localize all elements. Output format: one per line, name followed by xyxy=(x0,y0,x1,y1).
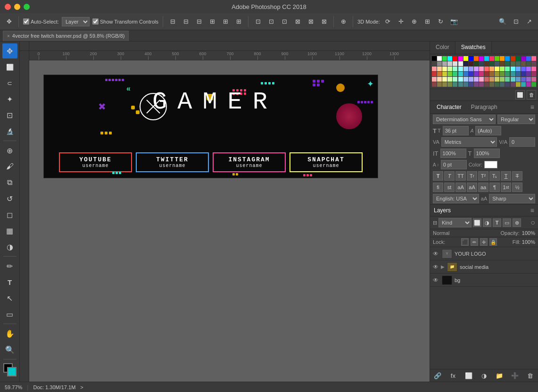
swatch-cell[interactable] xyxy=(531,72,536,76)
swatch-cell[interactable] xyxy=(489,82,494,87)
swatch-cell[interactable] xyxy=(521,61,526,66)
new-adjustment-btn[interactable]: ◑ xyxy=(479,371,488,380)
swatch-cell[interactable] xyxy=(464,72,468,76)
swatch-cell[interactable] xyxy=(453,82,457,87)
aa-btn[interactable]: aa xyxy=(478,183,488,192)
swatch-cell[interactable] xyxy=(458,72,463,76)
search-btn[interactable]: 🔍 xyxy=(497,17,508,27)
swatch-cell[interactable] xyxy=(458,67,463,71)
auto-select-type[interactable]: Layer Group xyxy=(62,17,90,26)
swatch-cell[interactable] xyxy=(464,77,468,82)
swatch-cell[interactable] xyxy=(464,61,468,66)
swatch-cell[interactable] xyxy=(453,67,457,71)
distribute-bottom-btn[interactable]: ⊠ xyxy=(319,17,329,27)
color-tab[interactable]: Color xyxy=(430,42,455,54)
swatch-cell[interactable] xyxy=(495,67,499,71)
ligature-btn[interactable]: st xyxy=(444,183,455,192)
swatch-cell[interactable] xyxy=(437,82,442,87)
swatch-cell[interactable] xyxy=(521,82,526,87)
underline-btn[interactable]: T xyxy=(501,171,511,181)
swatch-cell[interactable] xyxy=(500,82,505,87)
link-layers-btn[interactable]: 🔗 xyxy=(433,371,442,380)
baseline-input[interactable] xyxy=(441,160,467,169)
align-top-btn[interactable]: ⊞ xyxy=(207,17,217,27)
swatch-cell[interactable] xyxy=(526,77,531,82)
swatch-cell[interactable] xyxy=(526,56,531,61)
canvas-viewport[interactable]: « ✖ xyxy=(29,51,430,382)
swatch-cell[interactable] xyxy=(526,82,531,87)
swatch-cell[interactable] xyxy=(469,61,473,66)
swatch-cell[interactable] xyxy=(479,82,484,87)
swatch-cell[interactable] xyxy=(500,56,505,61)
layers-options-icon[interactable]: ≡ xyxy=(530,207,534,214)
swatch-cell[interactable] xyxy=(469,77,473,82)
lock-position-btn[interactable]: ✛ xyxy=(480,238,488,246)
swatch-cell[interactable] xyxy=(479,77,484,82)
swatch-cell[interactable] xyxy=(511,77,515,82)
swatch-cell[interactable] xyxy=(432,61,437,66)
layer-kind-select[interactable]: Kind xyxy=(439,218,472,227)
tracking-input[interactable] xyxy=(509,137,535,147)
swatch-cell[interactable] xyxy=(469,56,473,61)
swatch-cell[interactable] xyxy=(526,72,531,76)
swatch-cell[interactable] xyxy=(464,82,468,87)
superscript2-btn[interactable]: 1st xyxy=(501,183,511,192)
swatch-cell[interactable] xyxy=(516,56,521,61)
swatch-cell[interactable] xyxy=(447,56,452,61)
swatch-cell[interactable] xyxy=(505,61,510,66)
swatch-cell[interactable] xyxy=(437,56,442,61)
italic-btn[interactable]: T xyxy=(444,171,455,181)
swatches-tab[interactable]: Swatches xyxy=(455,42,492,54)
TT-btn[interactable]: TT xyxy=(455,171,466,181)
swatch-cell[interactable] xyxy=(432,67,437,71)
crop-tool[interactable]: ⊡ xyxy=(2,108,17,123)
brush-tool[interactable]: 🖌 xyxy=(2,159,17,174)
swatch-cell[interactable] xyxy=(495,82,499,87)
swatch-cell[interactable] xyxy=(442,82,447,87)
swatch-cell[interactable] xyxy=(511,72,515,76)
swatch-cell[interactable] xyxy=(479,56,484,61)
distribute-center-h-btn[interactable]: ⊠ xyxy=(306,17,316,27)
healing-tool[interactable]: ⊕ xyxy=(2,143,17,158)
lock-pixel-btn[interactable]: ✏ xyxy=(471,238,478,246)
swatch-cell[interactable] xyxy=(484,61,489,66)
maximize-button[interactable] xyxy=(24,4,30,10)
minimize-button[interactable] xyxy=(14,4,20,10)
swatch-cell[interactable] xyxy=(458,77,463,82)
swatch-cell[interactable] xyxy=(447,77,452,82)
filter-toggle[interactable]: ○ xyxy=(530,218,535,227)
background-color[interactable] xyxy=(7,367,17,376)
swatch-cell[interactable] xyxy=(474,82,479,87)
vert-scale-input[interactable] xyxy=(440,149,466,158)
swatch-cell[interactable] xyxy=(505,67,510,71)
filter-smart-btn[interactable]: ⊕ xyxy=(513,218,521,227)
layer-mask-btn[interactable]: ⬜ xyxy=(464,371,473,380)
3d-rotate-btn[interactable]: ⟳ xyxy=(383,17,393,27)
fill-value[interactable]: 100% xyxy=(522,239,535,245)
swatch-cell[interactable] xyxy=(484,77,489,82)
swatch-cell[interactable] xyxy=(516,61,521,66)
new-swatch-btn[interactable]: ⬜ xyxy=(515,90,525,100)
font-style-select[interactable]: Regular xyxy=(497,115,535,124)
document-tab[interactable]: × 4vector free twitch banner.psd @ 59.8%… xyxy=(3,31,129,41)
swatch-cell[interactable] xyxy=(500,61,505,66)
swatch-cell[interactable] xyxy=(432,56,437,61)
swatch-cell[interactable] xyxy=(453,72,457,76)
swatch-cell[interactable] xyxy=(505,82,510,87)
swatch-cell[interactable] xyxy=(521,56,526,61)
text-color-swatch[interactable] xyxy=(484,161,497,168)
layer-item-bg[interactable]: 👁 bg xyxy=(430,274,538,287)
character-tab[interactable]: Character xyxy=(434,103,464,111)
workspace-btn[interactable]: ⊡ xyxy=(511,17,521,27)
swatch-cell[interactable] xyxy=(489,77,494,82)
swatch-cell[interactable] xyxy=(484,72,489,76)
move-tool[interactable]: ✥ xyxy=(2,43,17,58)
swatch-cell[interactable] xyxy=(474,72,479,76)
swatch-cell[interactable] xyxy=(437,72,442,76)
swatch-cell[interactable] xyxy=(447,61,452,66)
swatch-cell[interactable] xyxy=(474,56,479,61)
swatch-cell[interactable] xyxy=(458,61,463,66)
swatch-cell[interactable] xyxy=(495,72,499,76)
swatch-cell[interactable] xyxy=(531,82,536,87)
swatch-cell[interactable] xyxy=(495,56,499,61)
